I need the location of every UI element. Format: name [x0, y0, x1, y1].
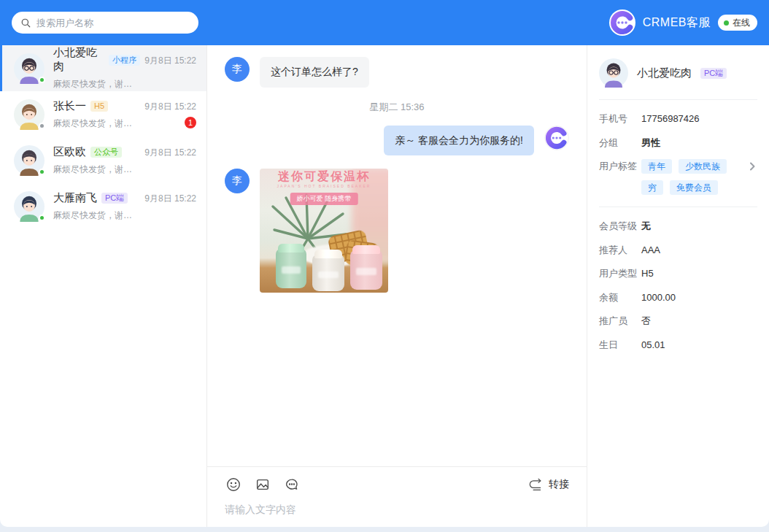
- user-tag: 少数民族: [679, 159, 727, 174]
- conversation-item-zhangchangyi[interactable]: 张长一 H5 麻烦尽快发货，谢谢啦！ 9月8日 15:22 1: [0, 91, 206, 137]
- peer-avatar: 李: [225, 169, 250, 193]
- profile-field-member-level: 会员等级 无: [599, 219, 757, 234]
- status-label: 在线: [733, 17, 750, 29]
- transfer-button[interactable]: 转接: [528, 477, 569, 493]
- channel-tag: 公众号: [90, 147, 122, 158]
- last-message-time: 9月8日 15:22: [144, 55, 196, 67]
- field-label: 推广员: [599, 314, 641, 328]
- avatar: [14, 145, 45, 176]
- conversation-info: 大雁南飞 PC端 麻烦尽快发货，谢谢啦！: [53, 191, 140, 222]
- online-dot-icon: [39, 77, 45, 83]
- emoji-button[interactable]: [225, 476, 242, 493]
- profile-header: 小北爱吃肉 PC端: [599, 58, 757, 88]
- status-badge: 在线: [718, 15, 757, 31]
- image-upload-icon: [255, 477, 271, 493]
- image-subtitle-text: JAPAN'S HOT BRAISED BEAKER: [260, 184, 388, 188]
- search-box[interactable]: [12, 12, 198, 34]
- incoming-message: 李 这个订单怎么样了?: [225, 57, 569, 88]
- conversation-info: 小北爱吃肉 小程序 麻烦尽快发货，谢谢啦！: [53, 46, 140, 90]
- field-label: 分组: [599, 136, 641, 150]
- search-input[interactable]: [36, 18, 190, 28]
- field-label: 推荐人: [599, 243, 641, 258]
- profile-field-group: 分组 男性: [599, 136, 757, 150]
- image-badge-text: 娇小可爱 随身携带: [290, 193, 358, 205]
- user-name: 张长一: [53, 99, 86, 113]
- brand-name: CRMEB客服: [643, 15, 711, 31]
- emoji-icon: [225, 477, 241, 493]
- user-name: 大雁南飞: [53, 191, 97, 205]
- brand-logo-icon: [609, 9, 635, 36]
- user-profile-panel: 小北爱吃肉 PC端 手机号 17756987426 分组 男性 用户标签 青年 …: [587, 45, 769, 527]
- field-label: 用户类型: [599, 266, 641, 281]
- thermos-cup-pink: [350, 250, 382, 290]
- agent-avatar-logo-icon: [544, 126, 569, 150]
- quick-reply-button[interactable]: [283, 476, 301, 493]
- time-divider: 星期二 15:36: [225, 101, 569, 114]
- field-value: 1000.00: [641, 290, 676, 305]
- divider: [599, 207, 757, 207]
- conversation-item-xiaobei[interactable]: 小北爱吃肉 小程序 麻烦尽快发货，谢谢啦！ 9月8日 15:22: [0, 45, 206, 91]
- channel-tag: 小程序: [109, 55, 140, 66]
- conversation-list[interactable]: 小北爱吃肉 小程序 麻烦尽快发货，谢谢啦！ 9月8日 15:22: [0, 45, 207, 527]
- profile-field-promoter: 推广员 否: [599, 314, 757, 328]
- peer-avatar: 李: [225, 57, 250, 82]
- user-tag: 青年: [641, 159, 672, 174]
- message-input[interactable]: [225, 493, 569, 527]
- offline-dot-icon: [39, 123, 45, 129]
- send-image-button[interactable]: [254, 476, 271, 493]
- user-tag: 穷: [641, 180, 663, 195]
- profile-avatar: [599, 58, 628, 88]
- last-message-preview: 麻烦尽快发货，谢谢啦！: [53, 117, 140, 130]
- channel-tag: PC端: [101, 193, 128, 204]
- field-value: 否: [641, 314, 651, 328]
- last-message-preview: 麻烦尽快发货，谢谢啦！: [53, 163, 140, 176]
- last-message-time: 9月8日 15:22: [144, 101, 196, 113]
- avatar: [14, 191, 45, 222]
- profile-field-balance: 余额 1000.00: [599, 290, 757, 305]
- conversation-item-ouou[interactable]: 区欧欧 公众号 麻烦尽快发货，谢谢啦！ 9月8日 15:22: [0, 137, 206, 183]
- channel-tag: H5: [90, 101, 108, 112]
- conversation-item-dayannanfei[interactable]: 大雁南飞 PC端 麻烦尽快发货，谢谢啦！ 9月8日 15:22: [0, 183, 206, 229]
- user-tags: 青年 少数民族 穷 免费会员: [641, 159, 744, 195]
- field-label: 用户标签: [599, 159, 641, 195]
- chat-column: 李 这个订单怎么样了? 星期二 15:36 亲～ 客服会全力为你服务的!: [207, 45, 587, 527]
- field-label: 生日: [599, 338, 641, 352]
- profile-channel-tag: PC端: [700, 68, 727, 79]
- user-name: 区欧欧: [53, 145, 86, 159]
- message-scroll-area[interactable]: 李 这个订单怎么样了? 星期二 15:36 亲～ 客服会全力为你服务的!: [207, 45, 587, 466]
- message-bubble: 这个订单怎么样了?: [260, 57, 369, 88]
- quick-reply-icon: [284, 477, 300, 493]
- main-area: 小北爱吃肉 小程序 麻烦尽快发货，谢谢啦！ 9月8日 15:22: [0, 45, 769, 527]
- header-right: CRMEB客服 在线: [609, 9, 757, 36]
- online-dot-icon: [39, 169, 45, 175]
- profile-field-phone: 手机号 17756987426: [599, 112, 757, 126]
- chat-footer: 转接: [207, 466, 587, 527]
- last-message-time: 9月8日 15:22: [144, 193, 196, 205]
- profile-field-tags: 用户标签 青年 少数民族 穷 免费会员: [599, 159, 757, 195]
- conversation-info: 区欧欧 公众号 麻烦尽快发货，谢谢啦！: [53, 145, 140, 176]
- online-dot-icon: [39, 215, 45, 221]
- search-icon: [20, 18, 31, 28]
- field-value: 男性: [641, 136, 660, 150]
- profile-user-name: 小北爱吃肉: [637, 66, 692, 80]
- top-bar: CRMEB客服 在线: [0, 0, 769, 45]
- conversation-info: 张长一 H5 麻烦尽快发货，谢谢啦！: [53, 99, 140, 130]
- expand-tags-button[interactable]: [747, 161, 757, 171]
- field-label: 手机号: [599, 112, 641, 126]
- chevron-right-icon: [747, 161, 757, 171]
- crmeb-customer-service-app: CRMEB客服 在线 小北爱吃肉 小程序 麻烦尽快发货，谢谢啦！: [0, 0, 769, 532]
- avatar: [14, 99, 45, 130]
- thermos-cup-white: [312, 255, 344, 291]
- transfer-label: 转接: [549, 478, 569, 491]
- thermos-cup-green: [276, 249, 306, 288]
- field-label: 会员等级: [599, 219, 641, 234]
- chat-toolbar: 转接: [225, 476, 569, 493]
- field-value: 05.01: [641, 338, 665, 352]
- field-value: 17756987426: [641, 112, 700, 126]
- transfer-icon: [528, 477, 544, 493]
- last-message-preview: 麻烦尽快发货，谢谢啦！: [53, 209, 140, 222]
- unread-badge: 1: [185, 117, 196, 128]
- user-tag: 免费会员: [670, 180, 718, 195]
- online-dot-icon: [724, 20, 729, 26]
- product-image-message[interactable]: 迷你可爱保温杯 JAPAN'S HOT BRAISED BEAKER 娇小可爱 …: [260, 169, 388, 293]
